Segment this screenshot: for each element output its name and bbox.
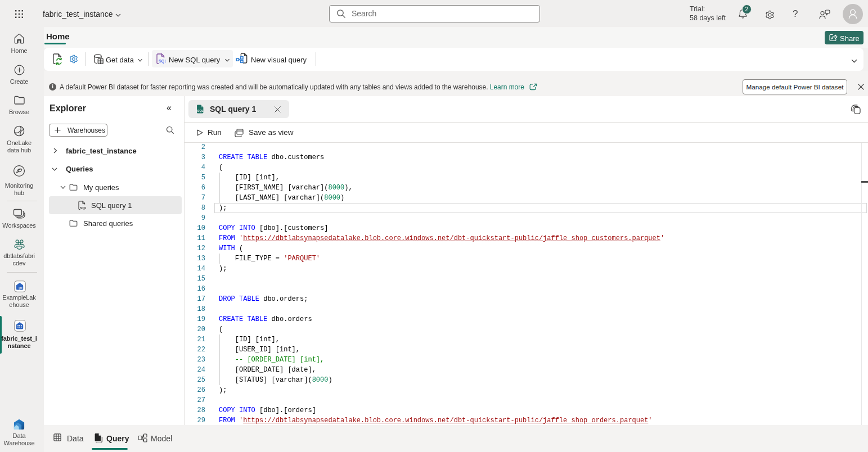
- svg-text:SQL: SQL: [80, 206, 86, 210]
- svg-text:SQL: SQL: [197, 109, 204, 112]
- svg-text:SQL: SQL: [159, 58, 166, 64]
